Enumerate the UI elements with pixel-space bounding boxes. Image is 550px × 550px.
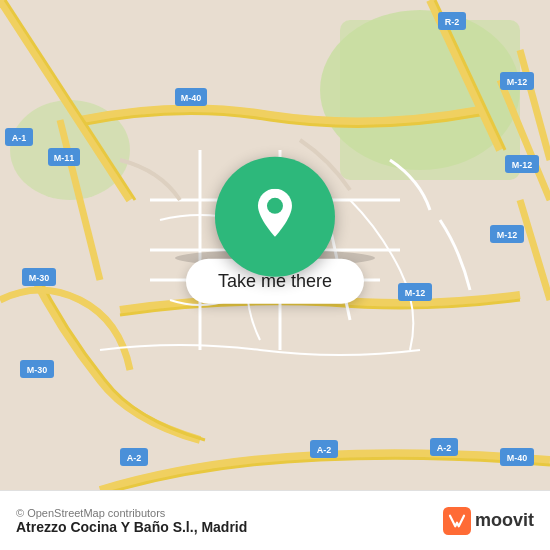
moovit-logo: moovit <box>443 507 534 535</box>
bottom-bar: © OpenStreetMap contributors Atrezzo Coc… <box>0 490 550 550</box>
svg-text:A-1: A-1 <box>12 133 27 143</box>
svg-rect-37 <box>443 507 471 535</box>
overlay-card: Take me there <box>186 157 364 304</box>
svg-text:M-12: M-12 <box>507 77 528 87</box>
svg-text:A-2: A-2 <box>437 443 452 453</box>
map-container: A-1 M-40 R-2 M-12 M-12 M-12 M-11 M-40 M-… <box>0 0 550 490</box>
svg-rect-2 <box>340 20 520 180</box>
svg-text:M-12: M-12 <box>497 230 518 240</box>
svg-text:M-30: M-30 <box>29 273 50 283</box>
svg-text:M-40: M-40 <box>181 93 202 103</box>
svg-text:M-30: M-30 <box>27 365 48 375</box>
moovit-logo-icon <box>443 507 471 535</box>
svg-text:R-2: R-2 <box>445 17 460 27</box>
svg-text:M-40: M-40 <box>507 453 528 463</box>
svg-point-36 <box>267 198 283 214</box>
svg-text:A-2: A-2 <box>127 453 142 463</box>
svg-text:M-11: M-11 <box>54 153 75 163</box>
svg-text:M-12: M-12 <box>405 288 426 298</box>
location-name: Atrezzo Cocina Y Baño S.l., Madrid <box>16 519 247 535</box>
pin-icon <box>251 189 299 245</box>
svg-text:M-12: M-12 <box>512 160 533 170</box>
green-circle <box>215 157 335 277</box>
bottom-left: © OpenStreetMap contributors Atrezzo Coc… <box>16 507 247 535</box>
attribution-text: © OpenStreetMap contributors <box>16 507 247 519</box>
svg-text:A-2: A-2 <box>317 445 332 455</box>
moovit-logo-text: moovit <box>475 510 534 531</box>
